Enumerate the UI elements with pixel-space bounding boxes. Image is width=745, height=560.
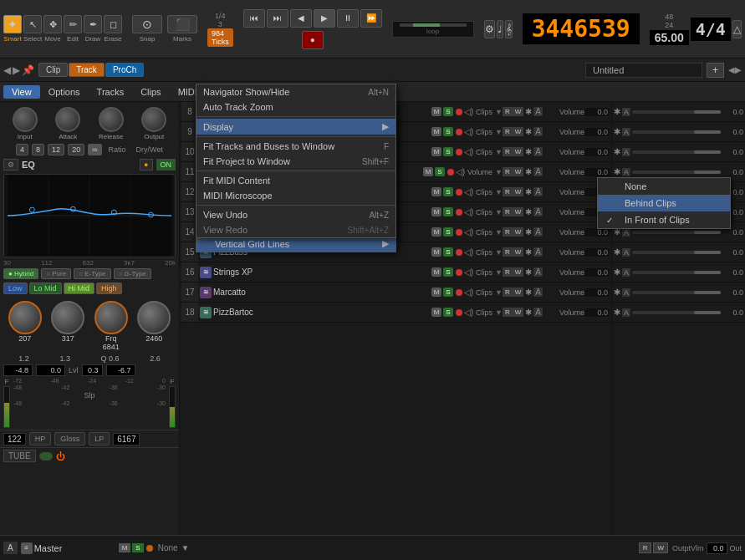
track-solo-btn[interactable]: S [443,227,452,237]
track-rec-dot[interactable] [456,289,462,296]
transport-end[interactable]: ⏭ [267,9,288,28]
track-solo-btn[interactable]: S [443,247,452,257]
snap-value[interactable]: 984 Ticks [207,28,233,47]
track-rec-dot[interactable] [456,229,462,236]
tempo-value[interactable]: 65.00 [650,30,689,45]
tool-icon-edit[interactable]: ✏ [64,15,82,33]
track-dropdown[interactable]: ▼ [495,188,503,196]
fader-slider[interactable] [632,110,721,114]
tuner-icon[interactable]: 𝄞 [505,20,513,38]
track-speaker-icon[interactable]: ◁) [464,187,473,196]
track-rec-dot[interactable] [456,209,462,216]
menu-tracks[interactable]: Tracks [89,85,133,99]
track-r-btn[interactable]: R [503,167,513,176]
track-mute-btn[interactable]: M [423,167,434,176]
track-r-btn[interactable]: R [503,227,513,237]
track-w-btn[interactable]: W [513,127,524,136]
master-r-btn[interactable]: R [639,542,652,553]
track-speaker-icon[interactable]: ◁) [464,247,473,257]
fader-slider[interactable] [632,251,721,254]
band-low-btn[interactable]: Low [3,283,28,294]
gloss-btn[interactable]: Gloss [54,432,85,445]
track-rec-dot[interactable] [456,109,462,115]
fader-slider[interactable] [632,311,721,314]
menu-fit-midi[interactable]: Fit MIDI Content [196,173,395,188]
track-dropdown[interactable]: ▼ [495,248,503,257]
attack-knob[interactable] [55,107,80,132]
track-rec-dot[interactable] [456,189,462,196]
track-speaker-icon[interactable]: ◁) [464,147,473,156]
track-solo-btn[interactable]: S [443,127,452,136]
track-rec-dot[interactable] [456,149,462,155]
loop-range[interactable]: loop [392,21,474,38]
fader-slider[interactable] [632,291,721,294]
track-clips-label[interactable]: Clips [473,148,495,156]
fader-slider[interactable] [632,171,721,174]
track-dropdown[interactable]: ▼ [495,108,503,116]
track-clips-label[interactable]: Clips [473,268,495,277]
menu-view-undo[interactable]: View Undo Alt+Z [196,207,395,222]
tool-icon-move[interactable]: ✥ [43,15,62,33]
fader-slider[interactable] [632,130,721,134]
tool-icon-smart[interactable]: ✦ [3,15,22,33]
track-clips-label[interactable]: Clips [473,128,495,136]
track-solo-btn[interactable]: S [435,167,444,176]
eq-gtype-btn[interactable]: ○ G-Type [114,268,151,279]
ratio-12[interactable]: 12 [48,144,64,155]
transport-back[interactable]: ◀ [290,9,312,28]
menu-view-redo[interactable]: View Redo Shift+Alt+Z [196,222,395,237]
nav-arrow-right[interactable]: ▶ [13,64,20,76]
settings-icon[interactable]: ⚙ [484,20,495,38]
master-s-btn[interactable]: S [132,543,143,552]
track-r-btn[interactable]: R [503,187,513,196]
menu-clips[interactable]: Clips [132,85,169,99]
transport-rewind[interactable]: ⏮ [243,9,265,28]
track-solo-btn[interactable]: S [443,147,452,156]
ratio-20[interactable]: 20 [68,144,84,155]
snap-icon[interactable]: ⊙ [132,15,162,33]
track-r-btn[interactable]: R [503,267,513,277]
hp-btn[interactable]: HP [29,432,52,445]
track-solo-btn[interactable]: S [443,107,452,116]
track-dropdown[interactable]: ▼ [495,308,503,317]
menu-fit-project[interactable]: Fit Project to Window Shift+F [196,154,395,169]
track-r-btn[interactable]: R [503,107,513,116]
tuner-triangle[interactable]: △ [732,20,742,38]
eq-settings-btn[interactable]: ● [140,159,152,171]
track-solo-btn[interactable]: S [443,308,452,317]
track-mute-btn[interactable]: M [431,207,442,216]
master-dropdown[interactable]: ▼ [181,543,190,552]
track-rec-dot[interactable] [456,129,462,135]
master-w-btn[interactable]: W [653,542,668,553]
track-rec-dot[interactable] [456,309,462,316]
menu-midi-microscope[interactable]: MIDI Microscope [196,188,395,203]
fader-slider[interactable] [632,271,721,274]
track-w-btn[interactable]: W [513,267,524,277]
track-clips-label[interactable]: Clips [473,188,495,196]
freq-knob-2[interactable] [51,301,84,334]
track-mute-btn[interactable]: M [431,187,442,196]
track-row[interactable]: 18 ≋ PizzBartoc M S ◁) Clips ▼ R W ✱ A V… [180,303,611,323]
transport-record[interactable]: ● [302,31,324,49]
input-knob[interactable] [13,107,38,132]
track-row[interactable]: 16 ≋ Strings XP M S ◁) Clips ▼ R W ✱ A V… [180,262,611,283]
freq-knob-4[interactable] [137,301,171,334]
track-dropdown[interactable]: ▼ [495,168,503,176]
track-r-btn[interactable]: R [503,207,513,216]
track-r-btn[interactable]: R [503,288,513,297]
clip-btn[interactable]: Clip [38,63,68,77]
track-solo-btn[interactable]: S [443,288,452,297]
track-dropdown[interactable]: ▼ [495,228,503,237]
tool-icon-select[interactable]: ↖ [23,15,42,33]
track-rec-dot[interactable] [456,269,462,276]
ratio-inf[interactable]: ∞ [88,144,101,155]
transport-forward[interactable]: ⏩ [360,9,382,28]
track-speaker-icon[interactable]: ◁) [464,107,473,116]
vu-right[interactable] [169,386,176,428]
menu-fit-tracks[interactable]: Fit Tracks and Buses to Window F [196,139,395,154]
track-dropdown[interactable]: ▼ [495,268,503,277]
freq-knob-3[interactable] [94,301,128,334]
track-mute-btn[interactable]: M [431,127,442,136]
track-r-btn[interactable]: R [503,308,513,317]
nav-arrow-left[interactable]: ◀ [3,64,11,76]
